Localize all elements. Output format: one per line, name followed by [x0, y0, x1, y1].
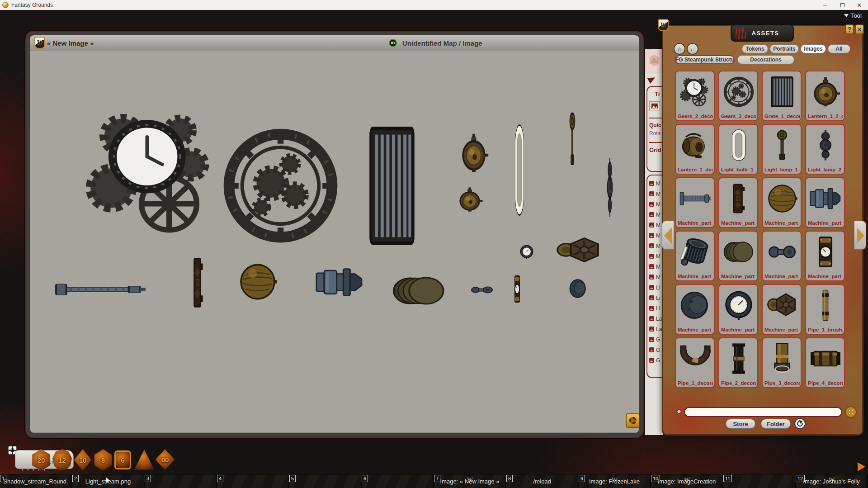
asset-item[interactable]: Light_lamp_2_	[805, 124, 845, 175]
list-item[interactable]: M	[649, 178, 663, 189]
list-item[interactable]: La	[649, 313, 663, 324]
canvas-object-hex-valve[interactable]	[555, 233, 602, 268]
asset-item[interactable]: Gears_2_decor	[675, 71, 715, 121]
asset-item[interactable]: Pipe_2_decora	[718, 337, 758, 388]
canvas-object-bracket[interactable]	[185, 256, 211, 309]
home-button[interactable]: ⌂	[674, 43, 685, 55]
asset-item[interactable]: Machine_part	[718, 177, 758, 228]
die-d4[interactable]	[134, 449, 155, 471]
asset-item[interactable]: Machine_part	[805, 177, 845, 228]
asset-item[interactable]: Machine_part	[718, 231, 758, 281]
image-thumb-icon[interactable]	[649, 101, 660, 111]
hotkey-slot-8[interactable]: 8/reload	[506, 474, 579, 488]
tab-tokens[interactable]: Tokens	[742, 44, 768, 53]
hotkey-slot-10[interactable]: 10WImage: ImageCreation	[651, 474, 723, 488]
die-d8[interactable]: 8	[93, 449, 113, 471]
module-filter-button[interactable]: FG Steampunk Structu	[675, 55, 735, 64]
hotkey-slot-9[interactable]: 9WImage: FrozenLake	[579, 474, 651, 488]
canvas-object-small-gauge[interactable]	[519, 244, 534, 260]
hotkey-slot-12[interactable]: 12WImage: Joshua's Folly	[796, 474, 868, 488]
assets-panel-title[interactable]: Assets	[731, 24, 794, 42]
list-item[interactable]: G	[649, 334, 663, 345]
hotkey-slot-11[interactable]: 11	[723, 474, 796, 488]
close-button[interactable]: ✕	[851, 0, 868, 10]
canvas-gear-button[interactable]	[626, 413, 639, 428]
canvas-object-rod-lamp[interactable]	[602, 156, 618, 218]
list-item[interactable]: M	[649, 199, 663, 209]
asset-item[interactable]: Lantern_1_dec	[675, 124, 715, 175]
asset-item[interactable]: Machine_part	[675, 284, 715, 335]
list-item[interactable]: G	[649, 345, 663, 355]
asset-item[interactable]: Machine_part	[675, 231, 715, 281]
hotkey-slot-4[interactable]: 4	[217, 474, 289, 488]
list-item[interactable]: M	[649, 261, 663, 272]
asset-item[interactable]: Machine_part	[805, 231, 845, 281]
die-d6[interactable]: 6	[114, 450, 131, 469]
asset-item[interactable]: Machine_part	[762, 231, 802, 281]
asset-item[interactable]: Machine_part	[762, 177, 802, 228]
canvas-object-bolt-pipe[interactable]	[54, 276, 147, 303]
asset-item[interactable]: Light_lamp_1_	[762, 124, 802, 175]
asset-item[interactable]: Pipe_3_decora	[762, 337, 802, 388]
hotkey-slot-1[interactable]: 1Shadow_stream_Round.	[0, 474, 72, 488]
list-item[interactable]: M	[649, 220, 663, 230]
page-next-button[interactable]	[854, 221, 866, 250]
list-item[interactable]: M	[649, 209, 663, 220]
asset-item[interactable]: Pipe_1_brush.	[805, 284, 845, 335]
hotkey-slot-2[interactable]: 2Light_stream.png	[72, 474, 145, 488]
asset-item[interactable]: Pipe_1_decora	[675, 337, 715, 388]
list-item[interactable]: Li	[649, 293, 663, 303]
canvas-object-gauge-panel[interactable]	[511, 275, 524, 303]
list-item[interactable]: G	[649, 355, 663, 365]
category-filter-button[interactable]: Decorations	[737, 55, 794, 64]
canvas-object-key-lamp[interactable]	[563, 111, 581, 167]
asset-item[interactable]: Gears_3_decor	[718, 71, 758, 121]
hotkey-slot-5[interactable]: 5	[289, 474, 362, 488]
asset-item[interactable]: Machine_part	[762, 284, 802, 335]
canvas-object-blue-assembly[interactable]	[316, 261, 363, 303]
minimize-button[interactable]	[816, 0, 834, 10]
asset-item[interactable]: Lantern_1_2_d	[805, 71, 845, 121]
canvas-object-gear-ring-clock[interactable]	[221, 126, 340, 246]
dice-panel-button[interactable]	[645, 49, 663, 72]
store-button[interactable]: Store	[726, 419, 755, 429]
panel-close-button[interactable]: ×	[855, 24, 864, 34]
canvas-object-dark-disc[interactable]	[569, 278, 588, 299]
canvas-object-grate[interactable]	[360, 125, 424, 247]
tool-menu[interactable]: Tool	[844, 12, 862, 19]
canvas-object-gold-disc[interactable]	[238, 261, 278, 302]
list-item[interactable]: M	[649, 241, 663, 251]
list-item[interactable]: Li	[649, 303, 663, 313]
canvas-object-light-bulb-tube[interactable]	[509, 124, 530, 216]
asset-item[interactable]: Machine_part	[718, 284, 758, 335]
list-item[interactable]: M	[649, 251, 663, 261]
list-item[interactable]: M	[649, 189, 663, 199]
list-item[interactable]: Li	[649, 282, 663, 293]
asset-item[interactable]: Grate_1_decor	[762, 71, 802, 121]
asset-item[interactable]: Light_bulb_1_d	[718, 124, 758, 175]
canvas-object-lantern-round-large[interactable]	[458, 132, 490, 174]
list-item[interactable]: La	[649, 324, 663, 334]
list-item[interactable]: M	[649, 272, 663, 282]
search-input[interactable]	[684, 407, 842, 417]
canvas-object-gear-cluster-clock[interactable]	[84, 107, 222, 238]
canvas-object-stacked-discs[interactable]	[392, 270, 447, 312]
tab-all[interactable]: All	[828, 44, 850, 53]
asset-item[interactable]: Pipe_4_decora	[805, 337, 845, 388]
die-d10[interactable]: 10	[73, 449, 92, 471]
tab-portraits[interactable]: Portraits	[770, 44, 799, 53]
asset-item[interactable]: Machine_part	[675, 177, 715, 228]
canvas-object-dumbbell-part[interactable]	[469, 281, 495, 298]
help-button[interactable]: ?	[845, 24, 854, 34]
maximize-button[interactable]	[834, 0, 851, 10]
image-window-titlebar[interactable]: W « New Image » ID Unidentified Map / Im…	[30, 35, 639, 51]
refresh-button[interactable]	[794, 418, 806, 429]
back-button[interactable]: ←	[687, 43, 698, 55]
folder-button[interactable]: Folder	[761, 419, 791, 429]
hotkey-slot-7[interactable]: 7WImage: « New Image »	[434, 474, 506, 488]
list-item[interactable]: M	[649, 230, 663, 241]
pointer-button[interactable]	[858, 462, 865, 471]
hotkey-slot-6[interactable]: 6	[362, 474, 434, 488]
hotkey-slot-3[interactable]: 3	[145, 474, 217, 488]
grid-view-button[interactable]	[845, 406, 857, 418]
